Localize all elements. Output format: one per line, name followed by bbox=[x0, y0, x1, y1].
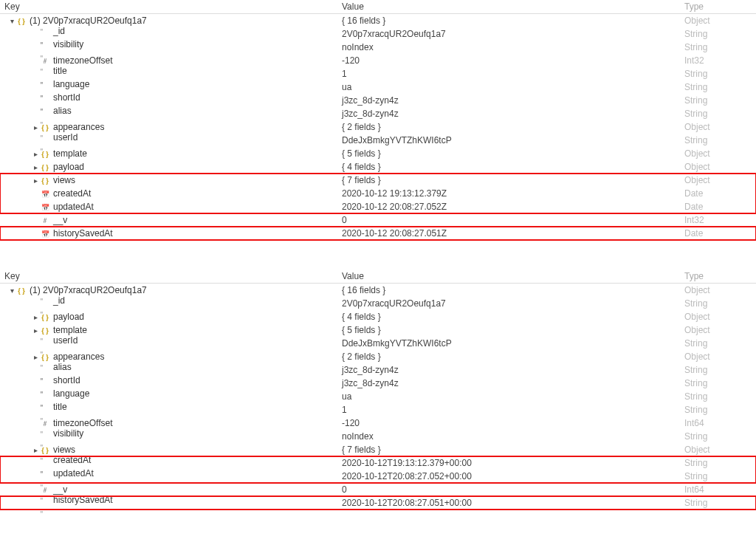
expand-toggle-icon[interactable]: ▸ bbox=[31, 311, 40, 324]
expand-toggle-icon[interactable]: ▸ bbox=[31, 174, 40, 188]
field-value: 0 bbox=[342, 213, 684, 227]
field-type: String bbox=[684, 80, 751, 94]
tree-row[interactable]: ▸{ }template{ 5 fields }Object bbox=[0, 147, 756, 160]
column-header-value[interactable]: Value bbox=[342, 271, 684, 281]
field-value: j3zc_8d-zyn4z bbox=[342, 363, 684, 377]
field-key: visibility bbox=[53, 39, 83, 49]
field-key: alias bbox=[53, 106, 72, 116]
field-value: DdeJxBmkgYVTZhKWI6tcP bbox=[342, 337, 684, 350]
field-type: Date bbox=[684, 187, 751, 200]
highlight-box: ▸{ }views{ 7 fields }Object📅createdAt202… bbox=[0, 174, 756, 213]
tree-row[interactable]: " "userIdDdeJxBmkgYVTZhKWI6tcPString bbox=[0, 337, 756, 350]
root-value: { 16 fields } bbox=[342, 14, 684, 27]
field-key: createdAt bbox=[53, 188, 91, 199]
tree-row[interactable]: " "aliasj3zc_8d-zyn4zString bbox=[0, 107, 756, 120]
field-key: title bbox=[53, 66, 67, 76]
field-value: 2020-10-12 19:13:12.379Z bbox=[342, 187, 684, 200]
field-type: Object bbox=[684, 443, 751, 456]
field-type: String bbox=[684, 134, 751, 147]
field-key: _id bbox=[53, 295, 65, 306]
field-value: { 7 fields } bbox=[342, 443, 684, 456]
field-type: String bbox=[684, 297, 751, 310]
field-key: language bbox=[53, 388, 89, 399]
tree-row[interactable]: " "visibilitynoIndexString bbox=[0, 41, 756, 54]
field-value: noIndex bbox=[342, 430, 684, 443]
field-type: Object bbox=[684, 350, 751, 363]
field-type: Object bbox=[684, 120, 751, 134]
column-header-key[interactable]: Key bbox=[0, 271, 342, 281]
column-header-type[interactable]: Type bbox=[684, 1, 751, 12]
field-type: Object bbox=[684, 160, 751, 174]
field-type: String bbox=[684, 337, 751, 350]
field-value: 2020-10-12T20:08:27.051+00:00 bbox=[342, 496, 684, 510]
field-type: String bbox=[684, 363, 751, 377]
field-value: j3zc_8d-zyn4z bbox=[342, 377, 684, 390]
field-value: 2V0p7xracqUR2Oeufq1a7 bbox=[342, 297, 684, 310]
column-header-key[interactable]: Key bbox=[0, 1, 342, 12]
tree-row[interactable]: " "title1String bbox=[0, 403, 756, 416]
field-type: Object bbox=[684, 310, 751, 323]
field-type: String bbox=[684, 94, 751, 107]
field-type: Date bbox=[684, 227, 751, 240]
tree-row[interactable]: ▸{ }payload{ 4 fields }Object bbox=[0, 160, 756, 174]
field-value: 1 bbox=[342, 67, 684, 80]
tree-row[interactable]: " "visibilitynoIndexString bbox=[0, 430, 756, 443]
field-type: String bbox=[684, 403, 751, 416]
field-value: ua bbox=[342, 390, 684, 403]
int-icon: # bbox=[40, 217, 50, 226]
tree-row[interactable]: " "historySavedAt2020-10-12T20:08:27.051… bbox=[0, 496, 756, 510]
field-type: String bbox=[684, 41, 751, 54]
field-value: { 2 fields } bbox=[342, 120, 684, 134]
field-type: String bbox=[684, 107, 751, 120]
field-type: Int32 bbox=[684, 54, 751, 67]
expand-toggle-icon[interactable]: ▸ bbox=[31, 161, 40, 174]
field-type: Object bbox=[684, 174, 751, 187]
field-key: updatedAt bbox=[53, 202, 94, 212]
tree-row[interactable]: ▸{ }views{ 7 fields }Object bbox=[0, 174, 756, 187]
field-value: noIndex bbox=[342, 41, 684, 54]
column-header-type[interactable]: Type bbox=[684, 271, 751, 281]
field-type: Int64 bbox=[684, 483, 751, 496]
tree-row[interactable]: ▸{ }payload{ 4 fields }Object bbox=[0, 310, 756, 323]
field-value: 2020-10-12 20:08:27.051Z bbox=[342, 227, 684, 240]
field-value: { 2 fields } bbox=[342, 350, 684, 363]
field-key: template bbox=[53, 148, 87, 159]
tree-row[interactable]: " "_id2V0p7xracqUR2Oeufq1a7String bbox=[0, 297, 756, 310]
field-type: Date bbox=[684, 200, 751, 213]
expand-toggle-icon[interactable]: ▸ bbox=[31, 148, 40, 161]
highlight-box: " "createdAt2020-10-12T19:13:12.379+00:0… bbox=[0, 456, 756, 483]
field-type: Int64 bbox=[684, 416, 751, 430]
tree-row[interactable]: #__v0Int32 bbox=[0, 213, 756, 227]
field-key: alias bbox=[53, 362, 72, 372]
field-value: j3zc_8d-zyn4z bbox=[342, 94, 684, 107]
field-value: 2020-10-12T20:08:27.052+00:00 bbox=[342, 470, 684, 483]
root-type: Object bbox=[684, 284, 751, 297]
field-value: 2020-10-12 20:08:27.052Z bbox=[342, 200, 684, 213]
tree-row[interactable]: 📅historySavedAt2020-10-12 20:08:27.051ZD… bbox=[0, 227, 756, 240]
field-type: String bbox=[684, 390, 751, 403]
object-icon: { } bbox=[40, 313, 50, 322]
tree-row[interactable]: 📅updatedAt2020-10-12 20:08:27.052ZDate bbox=[0, 200, 756, 213]
field-type: Object bbox=[684, 323, 751, 337]
field-key: _id bbox=[53, 26, 65, 36]
field-value: { 4 fields } bbox=[342, 310, 684, 323]
field-key: views bbox=[53, 175, 75, 185]
tree-row[interactable]: " "updatedAt2020-10-12T20:08:27.052+00:0… bbox=[0, 470, 756, 483]
field-value: { 4 fields } bbox=[342, 160, 684, 174]
tree-row[interactable]: " "userIdDdeJxBmkgYVTZhKWI6tcPString bbox=[0, 134, 756, 147]
field-type: String bbox=[684, 67, 751, 80]
column-header-row: KeyValueType bbox=[0, 270, 756, 284]
field-key: historySavedAt bbox=[53, 228, 113, 239]
object-icon: { } bbox=[40, 150, 50, 159]
date-icon: 📅 bbox=[40, 203, 50, 212]
field-key: __v bbox=[53, 215, 67, 225]
field-type: String bbox=[684, 27, 751, 41]
column-header-row: KeyValueType bbox=[0, 0, 756, 14]
field-type: String bbox=[684, 456, 751, 470]
tree-row[interactable]: 📅createdAt2020-10-12 19:13:12.379ZDate bbox=[0, 187, 756, 200]
column-header-value[interactable]: Value bbox=[342, 1, 684, 12]
field-type: Object bbox=[684, 147, 751, 160]
field-value: j3zc_8d-zyn4z bbox=[342, 107, 684, 120]
field-value: { 5 fields } bbox=[342, 147, 684, 160]
object-icon: { } bbox=[40, 176, 50, 185]
